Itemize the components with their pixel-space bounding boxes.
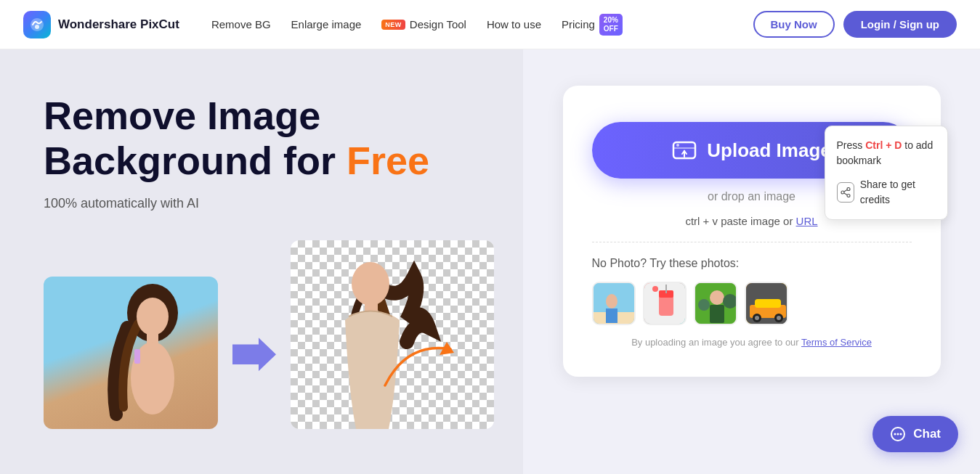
share-label: Share to get credits (860, 177, 936, 208)
upload-card: Upload Image or drop an image ctrl + v p… (563, 86, 941, 377)
left-panel: Remove Image Background for Free 100% au… (0, 49, 523, 474)
ctrl-d-text: Ctrl + D (865, 139, 902, 151)
url-link[interactable]: URL (796, 215, 818, 227)
chat-button[interactable]: Chat (872, 416, 958, 452)
before-background (44, 277, 218, 429)
svg-point-39 (894, 433, 896, 436)
svg-point-34 (847, 195, 850, 197)
sample-photo-4[interactable] (745, 282, 788, 325)
off-badge: 20%OFF (599, 14, 623, 36)
svg-point-2 (137, 298, 169, 335)
bookmark-text: Press Ctrl + D to add bookmark (837, 138, 936, 168)
svg-rect-28 (755, 299, 781, 308)
upload-icon (672, 138, 697, 163)
drop-text: or drop an image (708, 190, 795, 203)
bookmark-popup: Press Ctrl + D to add bookmark Share to … (825, 126, 948, 220)
svg-point-31 (755, 316, 759, 320)
nav-design-tool[interactable]: NEW Design Tool (381, 18, 466, 30)
new-badge: NEW (381, 20, 405, 30)
logo-icon (23, 11, 51, 38)
svg-point-41 (900, 433, 902, 436)
svg-point-25 (723, 294, 737, 308)
sample-photo-1[interactable] (592, 282, 636, 325)
header: Wondershare PixCut Remove BG Enlarge ima… (0, 0, 980, 49)
svg-point-32 (777, 316, 781, 320)
svg-point-22 (710, 290, 724, 305)
free-text: Free (347, 139, 429, 182)
try-photos-label: No Photo? Try these photos: (592, 257, 740, 270)
share-icon (837, 182, 854, 203)
nav-how-to-use[interactable]: How to use (487, 18, 541, 30)
curved-arrow-svg (378, 327, 465, 400)
svg-point-0 (35, 25, 39, 29)
sample-photo-2[interactable] (643, 282, 687, 325)
svg-line-37 (844, 193, 847, 195)
nav-remove-bg[interactable]: Remove BG (211, 18, 271, 30)
svg-point-19 (652, 286, 658, 292)
header-buttons: Buy Now Login / Sign up (753, 11, 957, 38)
woman-before-svg (94, 284, 211, 429)
nav-pricing[interactable]: Pricing 20%OFF (562, 14, 623, 36)
main-content: Remove Image Background for Free 100% au… (0, 49, 980, 474)
hero-subtitle: 100% automatically with AI (44, 196, 487, 211)
svg-point-14 (606, 294, 617, 308)
hero-title: Remove Image Background for Free (44, 93, 487, 183)
svg-line-36 (844, 190, 847, 192)
divider (592, 242, 912, 242)
chat-icon (890, 426, 906, 442)
tos-text: By uploading an image you agree to our T… (631, 337, 872, 348)
paste-text: ctrl + v paste image or URL (685, 215, 817, 227)
svg-rect-20 (665, 285, 667, 293)
svg-point-35 (841, 191, 844, 194)
svg-rect-15 (606, 308, 617, 323)
svg-point-24 (698, 299, 710, 311)
svg-rect-23 (710, 305, 724, 323)
buy-now-button[interactable]: Buy Now (753, 11, 835, 38)
login-button[interactable]: Login / Sign up (843, 11, 957, 38)
share-row[interactable]: Share to get credits (837, 177, 936, 208)
svg-point-40 (897, 433, 899, 436)
svg-point-33 (847, 188, 850, 191)
demo-before-image (44, 277, 218, 429)
sample-photos (592, 282, 788, 325)
svg-point-10 (676, 144, 679, 147)
arrow-indicator (232, 338, 276, 371)
sample-photo-3[interactable] (694, 282, 737, 325)
svg-rect-5 (134, 349, 140, 364)
svg-point-6 (352, 262, 389, 306)
logo-text: Wondershare PixCut (58, 17, 179, 32)
nav-enlarge-image[interactable]: Enlarge image (291, 18, 362, 30)
tos-link[interactable]: Terms of Service (801, 337, 872, 348)
nav: Remove BG Enlarge image NEW Design Tool … (211, 14, 730, 36)
logo[interactable]: Wondershare PixCut (23, 11, 179, 38)
right-panel: Upload Image or drop an image ctrl + v p… (523, 49, 980, 474)
demo-area (44, 240, 487, 429)
